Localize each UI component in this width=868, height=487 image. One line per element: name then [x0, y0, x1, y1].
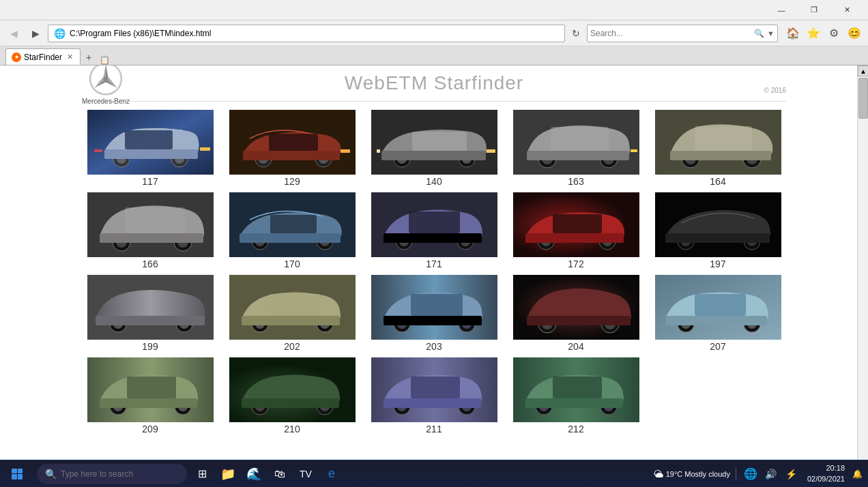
- search-input[interactable]: [590, 29, 751, 38]
- scroll-thumb[interactable]: [858, 78, 868, 119]
- close-button[interactable]: ✕: [831, 0, 863, 20]
- car-image-172: [513, 192, 639, 257]
- car-image-117: [87, 110, 214, 175]
- maximize-button[interactable]: ❐: [798, 0, 830, 20]
- svg-rect-125: [127, 377, 176, 398]
- starfinder-tab[interactable]: ★ StarFinder ✕: [5, 48, 81, 65]
- car-item-140[interactable]: 140: [366, 110, 502, 187]
- forward-button[interactable]: ▶: [26, 25, 45, 42]
- car-item-163[interactable]: 163: [508, 110, 644, 187]
- weather-icon[interactable]: 🌥: [654, 469, 663, 479]
- back-button[interactable]: ◀: [4, 25, 23, 42]
- tab-close-button[interactable]: ✕: [65, 53, 74, 62]
- car-image-171: [371, 192, 497, 257]
- scrollbar[interactable]: ▲ ▼: [857, 65, 868, 471]
- title-bar: — ❐ ✕: [0, 0, 868, 20]
- start-button[interactable]: [0, 460, 34, 488]
- weather-text: 19°C Mostly cloudy: [666, 470, 730, 478]
- car-item-197[interactable]: 197: [650, 192, 786, 269]
- car-label-204: 204: [568, 341, 583, 352]
- svg-rect-16: [200, 147, 210, 151]
- store-button[interactable]: 🛍: [267, 462, 292, 486]
- car-label-209: 209: [142, 424, 158, 434]
- settings-icon[interactable]: ⚙: [824, 25, 843, 42]
- taskview-button[interactable]: ⊞: [190, 462, 214, 486]
- edge-button[interactable]: 🌊: [242, 462, 266, 486]
- car-item-164[interactable]: 164: [650, 110, 786, 187]
- time-display: 20:18: [807, 463, 845, 473]
- ie-icon: e: [328, 467, 335, 481]
- date-display: 02/09/2021: [807, 474, 845, 484]
- ie-button[interactable]: e: [319, 462, 344, 486]
- copyright: © 2016: [764, 87, 786, 94]
- car-grid: 117 129 140: [82, 110, 786, 434]
- car-image-204: [513, 275, 639, 340]
- svg-rect-77: [525, 233, 624, 243]
- car-item-202[interactable]: 202: [224, 275, 360, 352]
- scroll-up-button[interactable]: ▲: [858, 65, 868, 76]
- minimize-button[interactable]: —: [766, 0, 797, 20]
- car-label-199: 199: [142, 341, 158, 352]
- taskbar-search-box[interactable]: 🔍: [37, 464, 187, 484]
- car-item-211[interactable]: 211: [366, 357, 502, 434]
- edge-icon: 🌊: [246, 467, 261, 482]
- car-image-211: [371, 357, 497, 422]
- car-item-207[interactable]: 207: [650, 275, 786, 352]
- svg-rect-17: [94, 149, 102, 152]
- car-item-117[interactable]: 117: [82, 110, 218, 187]
- tab-list-icon[interactable]: 📋: [100, 55, 110, 65]
- home-icon[interactable]: 🏠: [783, 25, 802, 42]
- car-image-166: [87, 192, 214, 257]
- notification-icon[interactable]: 🔔: [852, 462, 863, 486]
- volume-icon[interactable]: 🔊: [762, 462, 780, 486]
- favorites-icon[interactable]: ⭐: [804, 25, 823, 42]
- address-input[interactable]: [70, 29, 559, 38]
- svg-rect-14: [104, 149, 198, 159]
- svg-rect-117: [665, 316, 767, 325]
- car-item-212[interactable]: 212: [508, 357, 644, 434]
- car-image-212: [513, 357, 639, 422]
- car-item-209[interactable]: 209: [82, 357, 218, 434]
- search-bar[interactable]: 🔍 ▼: [587, 25, 778, 42]
- user-icon[interactable]: 😊: [845, 25, 864, 42]
- logo-text: Mercedes-Benz: [82, 98, 130, 105]
- car-item-203[interactable]: 203: [366, 275, 502, 352]
- car-item-171[interactable]: 171: [366, 192, 502, 269]
- car-item-210[interactable]: 210: [224, 357, 360, 434]
- separator: [736, 467, 736, 481]
- svg-rect-56: [125, 207, 185, 233]
- explorer-button[interactable]: 📁: [216, 462, 240, 486]
- nav-bar: ◀ ▶ 🌐 ↻ 🔍 ▼ 🏠 ⭐ ⚙ 😊: [0, 20, 868, 46]
- battery-icon[interactable]: ⚡: [783, 462, 800, 486]
- car-image-197: [655, 192, 781, 257]
- car-item-204[interactable]: 204: [508, 275, 644, 352]
- teamviewer-button[interactable]: TV: [293, 462, 318, 486]
- svg-rect-63: [270, 215, 317, 233]
- taskbar-time[interactable]: 20:18 02/09/2021: [803, 463, 849, 484]
- svg-rect-97: [269, 294, 321, 316]
- search-button[interactable]: 🔍: [751, 25, 767, 42]
- car-item-129[interactable]: 129: [224, 110, 360, 187]
- svg-rect-118: [695, 294, 746, 316]
- new-tab-button[interactable]: +: [81, 50, 97, 65]
- refresh-button[interactable]: ↻: [568, 25, 584, 42]
- car-item-170[interactable]: 170: [224, 192, 360, 269]
- address-bar[interactable]: 🌐: [48, 25, 565, 42]
- car-label-202: 202: [284, 341, 300, 352]
- tab-bar: ★ StarFinder ✕ + 📋: [0, 46, 868, 65]
- car-item-166[interactable]: 166: [82, 192, 218, 269]
- svg-rect-48: [670, 151, 771, 160]
- svg-rect-111: [527, 316, 631, 325]
- car-item-172[interactable]: 172: [508, 192, 644, 269]
- taskbar-search-input[interactable]: [61, 469, 179, 479]
- car-image-164: [655, 110, 781, 175]
- explorer-icon: 📁: [220, 467, 235, 482]
- svg-rect-84: [665, 233, 770, 243]
- car-image-202: [229, 275, 356, 340]
- car-image-129: [229, 110, 356, 175]
- svg-rect-31: [381, 151, 486, 160]
- car-item-199[interactable]: 199: [82, 275, 218, 352]
- svg-rect-124: [100, 398, 197, 408]
- network-icon[interactable]: 🌐: [742, 462, 760, 486]
- car-label-197: 197: [710, 259, 725, 269]
